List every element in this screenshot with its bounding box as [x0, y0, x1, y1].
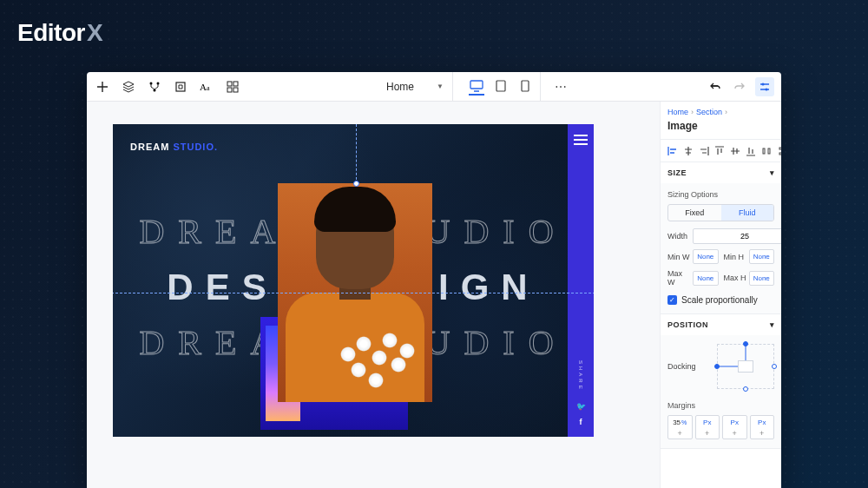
layers-icon[interactable]	[122, 80, 135, 94]
inspector-panel: Home›Section› Image SIZE▾ Sizing Options	[660, 102, 781, 488]
fixed-option[interactable]: Fixed	[668, 205, 721, 221]
dock-left[interactable]	[714, 364, 720, 369]
device-mobile-icon[interactable]	[517, 80, 533, 96]
align-center-v-icon[interactable]	[730, 145, 740, 156]
docking-label: Docking	[667, 362, 696, 371]
distribute-v-icon[interactable]	[777, 145, 781, 156]
align-right-icon[interactable]	[699, 145, 709, 156]
margin-left[interactable]: Px	[750, 415, 775, 439]
checkbox-checked-icon[interactable]: ✓	[667, 295, 677, 305]
svg-rect-16	[768, 148, 770, 154]
breadcrumb[interactable]: Home›Section›	[661, 102, 781, 120]
minh-value[interactable]: None	[749, 249, 775, 264]
menu-icon[interactable]	[574, 135, 588, 145]
minw-label: Min W	[667, 253, 690, 261]
margin-right[interactable]: Px	[695, 415, 720, 439]
distribute-h-icon[interactable]	[761, 145, 772, 156]
width-label: Width	[667, 232, 690, 241]
design-canvas[interactable]: DREAM STUDIO. DREAM STUDIO DESIGN SIGN D…	[113, 124, 594, 437]
alignment-tools	[661, 139, 781, 162]
align-top-icon[interactable]	[714, 145, 725, 156]
selected-element-name: Image	[661, 120, 781, 139]
svg-rect-18	[779, 153, 781, 155]
vertical-guide	[356, 124, 357, 184]
svg-rect-10	[470, 81, 483, 89]
sizing-options-label: Sizing Options	[667, 187, 774, 204]
svg-rect-17	[779, 148, 781, 149]
svg-rect-3	[176, 82, 185, 91]
dock-right[interactable]	[772, 364, 777, 369]
selection-handle[interactable]	[353, 181, 359, 187]
page-dropdown[interactable]: Home▼	[378, 72, 453, 102]
align-left-icon[interactable]	[667, 145, 678, 156]
redo-icon[interactable]	[733, 80, 746, 94]
add-icon[interactable]	[95, 80, 109, 94]
svg-rect-7	[233, 82, 238, 86]
svg-rect-12	[522, 81, 529, 91]
maxw-value[interactable]: None	[693, 271, 719, 286]
theme-icon[interactable]: Aa	[200, 80, 214, 94]
svg-text:A: A	[200, 82, 207, 92]
facebook-icon[interactable]: f	[580, 418, 582, 426]
margin-bottom[interactable]: Px	[722, 415, 747, 439]
side-nav-strip: SHARE 🐦 f	[568, 124, 594, 437]
fluid-option[interactable]: Fluid	[721, 205, 774, 221]
maxw-label: Max W	[667, 269, 690, 287]
position-section-header[interactable]: POSITION▾	[661, 314, 781, 335]
apps-icon[interactable]	[226, 80, 240, 94]
svg-rect-15	[763, 148, 765, 154]
minh-label: Min H	[724, 253, 746, 261]
align-center-h-icon[interactable]	[683, 145, 694, 156]
site-logo: DREAM STUDIO.	[130, 142, 218, 152]
svg-rect-8	[227, 88, 232, 92]
undo-icon[interactable]	[710, 80, 724, 94]
horizontal-guide	[113, 293, 594, 293]
svg-rect-6	[227, 82, 232, 86]
maxh-label: Max H	[724, 274, 746, 282]
align-bottom-icon[interactable]	[746, 145, 756, 156]
width-input[interactable]	[693, 228, 781, 244]
share-label: SHARE	[578, 360, 583, 392]
docking-control[interactable]	[717, 344, 774, 389]
twitter-icon[interactable]: 🐦	[576, 402, 586, 411]
dock-top[interactable]	[743, 341, 748, 346]
device-desktop-icon[interactable]	[469, 80, 484, 96]
margin-top[interactable]: 35%	[667, 415, 693, 439]
margins-label: Margins	[667, 398, 774, 415]
canvas-area[interactable]: DREAM STUDIO. DREAM STUDIO DESIGN SIGN D…	[87, 102, 660, 488]
size-section-header[interactable]: SIZE▾	[661, 162, 781, 183]
editor-window: Aa Home▼ ⋯ DREAM STUDIO.	[87, 72, 781, 488]
inspector-toggle-icon[interactable]	[755, 77, 774, 96]
more-icon[interactable]: ⋯	[549, 80, 572, 94]
svg-text:a: a	[207, 84, 210, 92]
top-toolbar: Aa Home▼ ⋯	[87, 72, 781, 102]
components-icon[interactable]	[148, 80, 161, 94]
minw-value[interactable]: None	[693, 249, 719, 264]
brand-logo: EditorX	[17, 19, 102, 47]
svg-rect-11	[496, 81, 505, 91]
device-tablet-icon[interactable]	[493, 80, 509, 96]
dock-bottom[interactable]	[743, 386, 748, 392]
masters-icon[interactable]	[174, 80, 187, 94]
svg-rect-9	[233, 88, 238, 92]
maxh-value[interactable]: None	[749, 271, 775, 286]
sizing-mode-toggle[interactable]: Fixed Fluid	[667, 204, 774, 221]
svg-point-13	[762, 82, 765, 85]
scale-proportionally[interactable]: ✓ Scale proportionally	[667, 292, 774, 305]
svg-point-14	[766, 88, 768, 90]
